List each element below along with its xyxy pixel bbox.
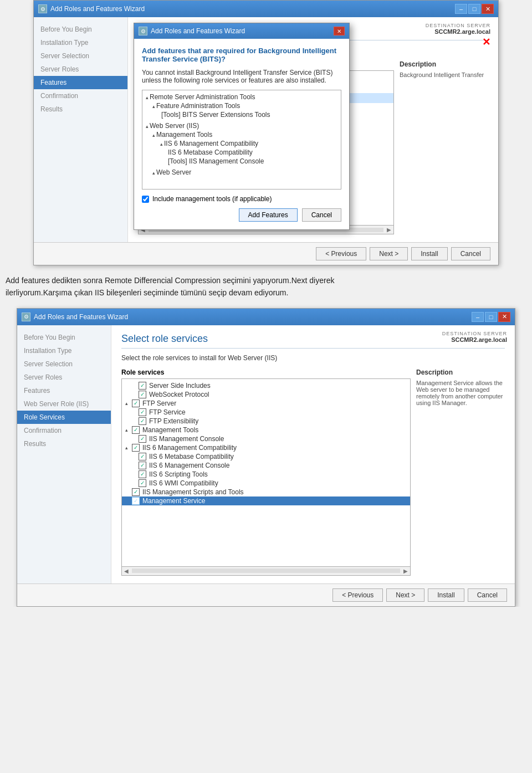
sidebar-item-before-you-begin[interactable]: Before You Begin	[34, 23, 127, 36]
horiz-scrollbar-2[interactable]: ◀ ▶	[121, 567, 411, 576]
role-ftp-service[interactable]: ✓ FTP Service	[122, 408, 410, 417]
chk-imc[interactable]: ✓	[139, 435, 146, 443]
tree-iis-mgmt-console: [Tools] IIS Management Console	[145, 157, 339, 166]
sidebar2-confirmation[interactable]: Confirmation	[17, 424, 111, 437]
role-mgmt-tools[interactable]: ▴ ✓ Management Tools	[122, 426, 410, 434]
tri-web-iis: ▴	[146, 124, 149, 129]
scroll-track-2	[132, 569, 400, 573]
sidebar-item-results[interactable]: Results	[34, 103, 127, 116]
cancel-button-2[interactable]: Cancel	[468, 588, 507, 602]
label-ftps: FTP Service	[149, 408, 186, 416]
sidebar-item-server-roles[interactable]: Server Roles	[34, 63, 127, 76]
role-services-area: Role services ✓ Server Side Includes ✓	[121, 368, 505, 576]
role-iis6-meta[interactable]: ✓ IIS 6 Metabase Compatibility	[122, 452, 410, 461]
sidebar-item-installation-type[interactable]: Installation Type	[34, 36, 127, 49]
tree-web-iis: ▴Web Server (IIS)	[145, 121, 339, 130]
chk-ftpe[interactable]: ✓	[139, 417, 146, 425]
label-ms: Management Service	[142, 497, 205, 505]
popup-cancel-button[interactable]: Cancel	[302, 208, 341, 222]
next-button-1[interactable]: Next >	[370, 247, 408, 260]
sidebar2-role-services[interactable]: Role Services	[17, 411, 111, 424]
sidebar-item-confirmation[interactable]: Confirmation	[34, 89, 127, 103]
previous-button-2[interactable]: < Previous	[332, 588, 383, 602]
cancel-button-1[interactable]: Cancel	[451, 247, 490, 260]
chk-ftp[interactable]: ✓	[132, 400, 140, 407]
chk-mt[interactable]: ✓	[132, 426, 140, 434]
label-imst: IIS Management Scripts and Tools	[142, 488, 244, 496]
role-ws[interactable]: ✓ WebSocket Protocol	[122, 390, 410, 399]
chk-iis6wmi[interactable]: ✓	[139, 479, 146, 487]
sidebar-item-features[interactable]: Features	[34, 76, 127, 89]
instruction-text-2: Select the role services to install for …	[121, 354, 505, 362]
scroll-right-btn-2[interactable]: ▶	[401, 568, 410, 574]
minimize-button-2[interactable]: –	[472, 312, 484, 322]
role-iis-mgmt-scripts[interactable]: ✓ IIS Management Scripts and Tools	[122, 488, 410, 496]
sidebar-item-server-selection[interactable]: Server Selection	[34, 49, 127, 63]
close-button-2[interactable]: ✕	[498, 312, 510, 322]
desc-text-2: Management Service allows the Web server…	[416, 380, 505, 406]
install-button-1[interactable]: Install	[411, 247, 447, 260]
chk-ws[interactable]: ✓	[139, 391, 146, 398]
install-button-2[interactable]: Install	[428, 588, 464, 602]
minimize-button[interactable]: –	[455, 4, 467, 14]
chk-iis6st[interactable]: ✓	[139, 470, 146, 478]
sidebar2-installation-type[interactable]: Installation Type	[17, 344, 111, 357]
sidebar2-server-roles[interactable]: Server Roles	[17, 371, 111, 384]
chk-ftps[interactable]: ✓	[139, 408, 146, 416]
restore-button-2[interactable]: □	[485, 312, 497, 322]
chk-ms[interactable]: ✓	[132, 497, 140, 505]
role-iis6-mgmt-console[interactable]: ✓ IIS 6 Management Console	[122, 461, 410, 470]
add-features-button[interactable]: Add Features	[239, 208, 298, 222]
chk-iis6mc[interactable]: ✓	[139, 462, 146, 469]
desc-text-1: Background Intelligent Transfer	[400, 71, 488, 78]
label-iis6c: IIS 6 Management Compatibility	[142, 444, 237, 452]
popup-question: Add features that are required for Backg…	[142, 47, 341, 63]
role-mgmt-service[interactable]: ✓ Management Service	[122, 496, 410, 505]
role-list[interactable]: ✓ Server Side Includes ✓ WebSocket Proto…	[121, 378, 411, 567]
wizard-sidebar-1: Before You Begin Installation Type Serve…	[34, 17, 128, 242]
dest-server-name: SCCMR2.arge.local	[426, 28, 490, 35]
popup-wizard-icon: ⚙	[139, 27, 147, 35]
label-iis6m: IIS 6 Metabase Compatibility	[149, 453, 234, 460]
restore-button[interactable]: □	[468, 4, 480, 14]
section-divider-2	[121, 348, 505, 349]
sidebar2-before-you-begin[interactable]: Before You Begin	[17, 331, 111, 344]
role-iis-mgmt-console[interactable]: ✓ IIS Management Console	[122, 434, 410, 443]
description-block: Add features dedikten sonra Remote Diffe…	[0, 265, 532, 308]
role-ftp-ext[interactable]: ✓ FTP Extensibility	[122, 417, 410, 426]
popup-footer: Add Features Cancel	[142, 208, 341, 222]
role-iis6-scripting[interactable]: ✓ IIS 6 Scripting Tools	[122, 470, 410, 479]
role-iis6-compat[interactable]: ▴ ✓ IIS 6 Management Compatibility	[122, 443, 410, 452]
include-mgmt-checkbox[interactable]	[142, 196, 149, 203]
previous-button-1[interactable]: < Previous	[316, 247, 366, 260]
close-button[interactable]: ✕	[482, 4, 494, 14]
dest-server-info: DESTINATION SERVER SCCMR2.arge.local ✕	[426, 23, 490, 48]
sidebar2-web-server-role[interactable]: Web Server Role (IIS)	[17, 397, 111, 411]
title-bar-left: ⚙ Add Roles and Features Wizard	[38, 4, 145, 13]
role-ssi[interactable]: ✓ Server Side Includes	[122, 381, 410, 390]
role-iis6-wmi[interactable]: ✓ IIS 6 WMI Compatibility	[122, 479, 410, 488]
description-pane-2: Description Management Service allows th…	[416, 368, 505, 576]
tree-iis6-compat: ▴IIS 6 Management Compatibility	[145, 139, 339, 148]
exp-ftp: ▴	[125, 401, 132, 406]
chk-imst[interactable]: ✓	[132, 488, 140, 496]
chk-ssi[interactable]: ✓	[139, 382, 146, 390]
tri-iis6-compat: ▴	[160, 141, 163, 147]
sidebar2-features[interactable]: Features	[17, 384, 111, 397]
popup-body: Add features that are required for Backg…	[134, 39, 349, 229]
role-ftp-server[interactable]: ▴ ✓ FTP Server	[122, 399, 410, 408]
popup-close-button[interactable]: ✕	[334, 27, 345, 35]
exp-mt: ▴	[125, 427, 132, 433]
scroll-right-btn[interactable]: ▶	[385, 227, 393, 233]
include-mgmt-label: Include management tools (if applicable)	[152, 195, 272, 203]
next-button-2[interactable]: Next >	[386, 588, 424, 602]
popup-dialog: ⚙ Add Roles and Features Wizard ✕ Add fe…	[134, 23, 350, 230]
chk-iis6m[interactable]: ✓	[139, 453, 146, 460]
title-controls-2: – □ ✕	[472, 312, 510, 322]
scroll-left-btn-2[interactable]: ◀	[122, 568, 131, 574]
sidebar2-results[interactable]: Results	[17, 437, 111, 451]
dest-server-label-2: DESTINATION SERVER	[442, 331, 507, 336]
popup-title-bar: ⚙ Add Roles and Features Wizard ✕	[134, 23, 349, 39]
chk-iis6c[interactable]: ✓	[132, 444, 140, 452]
sidebar2-server-selection[interactable]: Server Selection	[17, 357, 111, 371]
